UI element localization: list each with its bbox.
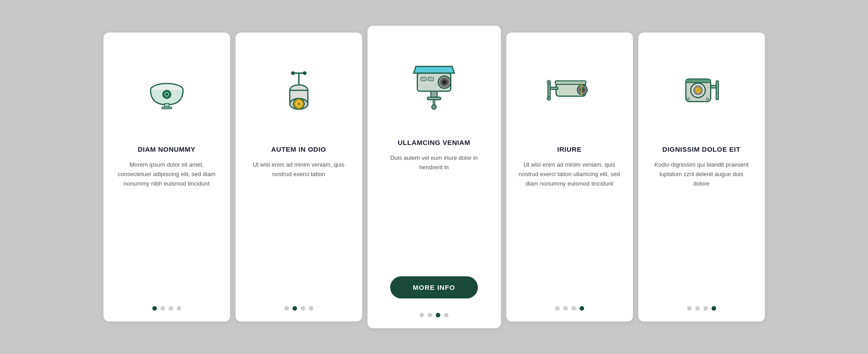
svg-rect-46 xyxy=(686,79,711,83)
dot-3-4 xyxy=(444,313,448,317)
dot-2-2 xyxy=(292,306,297,311)
dot-3-3 xyxy=(436,313,440,317)
card-4-dots xyxy=(555,306,584,311)
outdoor-camera-icon xyxy=(519,46,620,136)
svg-point-3 xyxy=(165,93,168,96)
card-3: ULLAMCING VENIAM Duis autem vel eum iriu… xyxy=(368,26,501,328)
dot-5-3 xyxy=(703,306,708,311)
card-2-title: AUTEM IN ODIO xyxy=(271,145,326,153)
dot-2-1 xyxy=(284,306,289,311)
card-4: IRIURE Ut wisi enim ad minim veniam, qui… xyxy=(506,33,633,321)
card-4-title: IRIURE xyxy=(557,145,582,153)
svg-point-43 xyxy=(697,90,698,91)
card-5-title: DIGNISSIM DOLOE EIT xyxy=(662,145,741,153)
svg-rect-25 xyxy=(427,97,441,100)
dot-5-2 xyxy=(695,306,700,311)
wall-camera-icon xyxy=(651,46,752,136)
card-1: DIAM NONUMMY Morem ipsum dolor sit amet,… xyxy=(104,33,230,321)
card-2: AUTEM IN ODIO Ut wisi enim ad minim veni… xyxy=(236,33,362,321)
dot-4-3 xyxy=(571,306,576,311)
svg-rect-35 xyxy=(548,82,550,98)
svg-point-21 xyxy=(443,81,445,83)
svg-point-48 xyxy=(706,98,708,100)
svg-marker-16 xyxy=(414,66,454,73)
svg-rect-23 xyxy=(428,77,434,81)
svg-point-9 xyxy=(303,71,307,75)
dot-3-1 xyxy=(420,313,424,317)
more-info-button[interactable]: MORE INFO xyxy=(390,276,478,298)
svg-rect-45 xyxy=(716,81,718,100)
dot-3-2 xyxy=(428,313,432,317)
card-2-dots xyxy=(284,306,313,311)
svg-rect-22 xyxy=(421,77,426,81)
dot-2-4 xyxy=(309,306,313,311)
dot-1-3 xyxy=(169,306,173,311)
dome-camera-icon xyxy=(116,46,217,136)
dot-5-1 xyxy=(687,306,692,311)
svg-rect-4 xyxy=(165,103,169,107)
card-2-body: Ut wisi enim ad minim veniam, quis nostr… xyxy=(248,160,349,295)
card-3-dots xyxy=(420,313,448,317)
dot-1-1 xyxy=(152,306,157,311)
handheld-camera-icon xyxy=(248,46,349,136)
card-1-body: Morem ipsum dolor sit amet, consectetuer… xyxy=(116,160,217,295)
dot-5-4 xyxy=(712,306,716,311)
card-1-dots xyxy=(152,306,181,311)
card-1-title: DIAM NONUMMY xyxy=(138,145,196,153)
dot-4-4 xyxy=(580,306,584,311)
svg-point-8 xyxy=(291,71,295,75)
card-3-title: ULLAMCING VENIAM xyxy=(398,139,471,146)
card-3-body: Duis autem vel eum iriure dolor in hendr… xyxy=(380,154,488,273)
svg-rect-5 xyxy=(162,107,172,109)
cards-container: DIAM NONUMMY Morem ipsum dolor sit amet,… xyxy=(104,26,765,328)
card-5-body: Kodio dignissim qui blandit praesent lup… xyxy=(651,160,752,295)
dot-4-2 xyxy=(563,306,568,311)
card-5: DIGNISSIM DOLOE EIT Kodio dignissim qui … xyxy=(638,33,765,321)
dot-1-2 xyxy=(160,306,165,311)
dot-1-4 xyxy=(177,306,181,311)
card-4-body: Ut wisi enim ad minim veniam, quis nostr… xyxy=(519,160,620,295)
box-camera-icon xyxy=(380,39,488,130)
svg-point-47 xyxy=(687,98,689,100)
svg-point-37 xyxy=(547,97,551,100)
dot-4-1 xyxy=(555,306,560,311)
card-5-dots xyxy=(687,306,716,311)
svg-point-15 xyxy=(297,102,300,105)
svg-point-36 xyxy=(547,80,551,84)
dot-2-3 xyxy=(301,306,305,311)
svg-point-27 xyxy=(432,105,436,109)
